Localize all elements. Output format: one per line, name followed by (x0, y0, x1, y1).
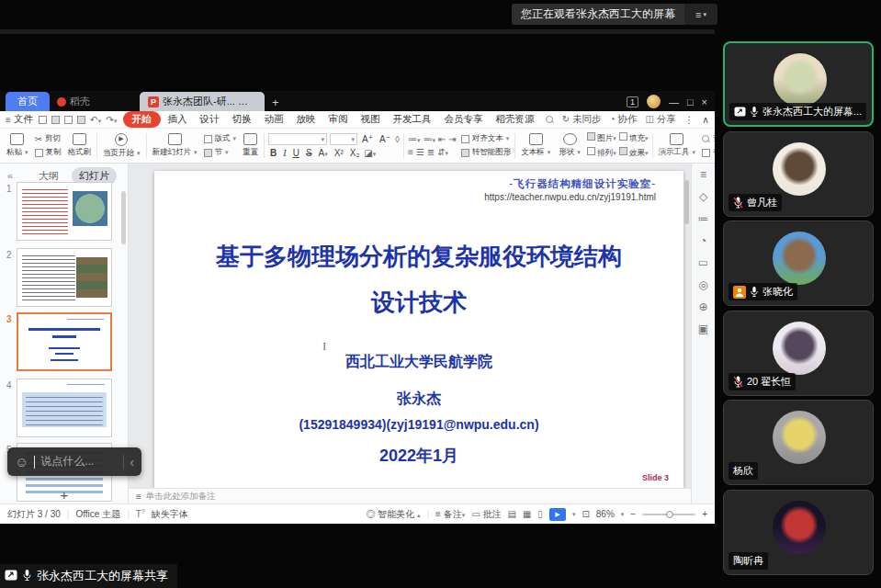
zoom-level[interactable]: 86% (596, 509, 615, 519)
textbox-button[interactable]: 文本框▾ (517, 130, 554, 161)
paste-button[interactable]: 粘贴▾ (3, 130, 32, 161)
bold-icon[interactable]: B (268, 148, 278, 158)
cut-button[interactable]: ✂剪切 (35, 133, 62, 144)
align-center-icon[interactable]: ☰ (416, 147, 424, 157)
comments-toggle[interactable]: ▭ 批注 (471, 508, 501, 521)
notification-badge[interactable]: 1 (627, 96, 638, 107)
minimize-button[interactable]: — (669, 96, 679, 107)
notes-toggle[interactable]: ≡ 备注▾ (435, 508, 465, 521)
rail-handle-icon[interactable]: ≡ (700, 168, 706, 181)
account-avatar[interactable] (647, 95, 661, 108)
participant-tile[interactable]: 杨欣 (723, 400, 874, 485)
reading-view-icon[interactable]: ▯ (537, 509, 543, 519)
find-button[interactable]: 查找 (702, 133, 715, 144)
output-icon[interactable] (51, 116, 60, 124)
sync-status[interactable]: ↻ 未同步 (562, 113, 602, 126)
strikethrough-icon[interactable]: S (304, 148, 314, 158)
ribbon-tab-稻壳资源[interactable]: 稻壳资源 (491, 112, 540, 127)
zoom-slider-knob[interactable] (666, 511, 673, 518)
slide-organization[interactable]: 西北工业大学民航学院 (154, 353, 683, 372)
close-button[interactable]: × (702, 96, 707, 107)
slide-thumbnail-4[interactable] (17, 379, 112, 437)
to-smartart-button[interactable]: 转智能图形 (461, 147, 512, 158)
play-from-current-button[interactable]: 当页开始▾ (99, 130, 144, 161)
effects-button[interactable]: 效果▾ (619, 147, 649, 159)
panel-collapse-icon[interactable]: « (0, 170, 20, 181)
panel-scrollbar[interactable] (121, 191, 126, 244)
maximize-button[interactable]: □ (687, 96, 694, 107)
notes-pane[interactable]: ≡ 单击此处添加备注 (129, 488, 691, 503)
file-menu[interactable]: ≡文件 (6, 113, 33, 126)
picture-button[interactable]: 图片▾ (587, 132, 616, 144)
slide-lab-url[interactable]: https://teacher.nwpu.edu.cn/zyj19191.htm… (484, 192, 656, 202)
ribbon-tab-会员专享[interactable]: 会员专享 (439, 112, 489, 127)
slide-author[interactable]: 张永杰 (154, 390, 683, 409)
ribbon-tab-设计[interactable]: 设计 (195, 112, 225, 127)
underline-icon[interactable]: U (291, 148, 301, 158)
align-left-icon[interactable]: ≡ (408, 147, 413, 157)
indent-icon[interactable]: ⇥ (448, 134, 456, 144)
slideshow-play-button[interactable]: ▶ (549, 508, 566, 521)
canvas-scrollbar[interactable] (684, 180, 689, 224)
slide-page[interactable]: -飞行器结构精细设计实验室- https://teacher.nwpu.edu.… (154, 171, 683, 488)
chat-input-placeholder[interactable]: 说点什么... (40, 454, 118, 469)
tab-document[interactable]: P 张永杰团队-研... 学生讲座排练 (140, 92, 265, 111)
missing-font-label[interactable]: 缺失字体 (152, 508, 188, 521)
font-color-icon[interactable]: A▾ (317, 148, 330, 158)
beautify-button[interactable]: ◎ 智能美化 ▴ (366, 508, 420, 521)
emoji-icon[interactable]: ☺ (15, 454, 28, 469)
print-icon[interactable] (64, 116, 73, 124)
reset-button[interactable]: 重置 (239, 130, 262, 161)
chat-collapse-icon[interactable]: ‹ (130, 455, 134, 469)
ribbon-tab-放映[interactable]: 放映 (291, 112, 322, 127)
participant-tile[interactable]: 张晓化 (723, 220, 874, 306)
more-menu-icon[interactable]: ⋮ (684, 114, 695, 125)
align-text-button[interactable]: 对齐文本▾ (461, 133, 512, 144)
tab-home[interactable]: 首页 (6, 92, 50, 111)
tab-docer[interactable]: 稻壳 (50, 92, 97, 111)
slide-thumbnail-2[interactable] (17, 248, 112, 307)
clear-format-icon[interactable]: ◊ (395, 134, 400, 144)
ribbon-tab-插入[interactable]: 插入 (163, 112, 193, 127)
participant-tile[interactable]: 曾凡桂 (723, 131, 874, 217)
collapse-ribbon-icon[interactable]: ∧ (702, 114, 709, 125)
participant-tile[interactable]: 20 翟长恒 (723, 311, 874, 396)
line-spacing-icon[interactable]: ⇵▾ (437, 147, 448, 157)
present-tools-button[interactable]: 演示工具▾ (655, 130, 700, 161)
undo-icon[interactable]: ↶▾ (90, 114, 101, 125)
slide-thumbnail-3[interactable] (17, 312, 112, 371)
new-slide-button[interactable]: 新建幻灯片▾ (149, 130, 201, 161)
redo-icon[interactable]: ↷▾ (106, 114, 117, 125)
section-button[interactable]: 节▾ (204, 147, 237, 158)
participant-tile[interactable]: 张永杰西工大的屏幕... (723, 41, 874, 127)
highlight-icon[interactable]: ◪▾ (364, 148, 376, 158)
italic-icon[interactable]: I (281, 148, 288, 158)
superscript-icon[interactable]: X² (333, 148, 345, 158)
beautify-icon[interactable]: ◇ (699, 190, 707, 203)
font-size-select[interactable]: ▾ (330, 133, 357, 145)
slide-contact[interactable]: (15291849934)(zyj19191@nwpu.edu.cn) (154, 417, 683, 432)
preview-icon[interactable] (77, 116, 85, 124)
decrease-font-icon[interactable]: A⁻ (378, 134, 392, 144)
command-search[interactable]: 查找命令、搜索模板 (546, 113, 557, 126)
banner-menu-button[interactable]: ≡▾ (684, 4, 717, 25)
slide-sorter-view-icon[interactable]: ▦ (523, 509, 531, 519)
ribbon-tab-审阅[interactable]: 审阅 (323, 112, 354, 127)
increase-font-icon[interactable]: A⁺ (360, 134, 375, 144)
add-slide-button[interactable]: + (17, 487, 112, 503)
fit-to-window-icon[interactable]: ⊡ (582, 509, 589, 519)
ribbon-tab-视图[interactable]: 视图 (356, 112, 386, 127)
shapes-button[interactable]: 形状▾ (555, 130, 584, 161)
copy-button[interactable]: 复制 (35, 147, 62, 158)
zoom-out-button[interactable]: − (630, 509, 636, 519)
zoom-slider[interactable] (642, 514, 695, 515)
save-icon[interactable] (39, 116, 47, 124)
slide-title-line2[interactable]: 设计技术 (154, 287, 683, 319)
properties-icon[interactable]: ≔ (698, 212, 709, 225)
ribbon-tab-切换[interactable]: 切换 (227, 112, 257, 127)
format-painter-button[interactable]: 格式刷 (64, 130, 96, 161)
fill-button[interactable]: 填充▾ (619, 132, 649, 144)
align-right-icon[interactable]: ≣ (427, 147, 435, 157)
meeting-chat-bubble[interactable]: ☺ 说点什么... ‹ (7, 447, 141, 476)
ribbon-tab-开发工具[interactable]: 开发工具 (388, 112, 437, 127)
